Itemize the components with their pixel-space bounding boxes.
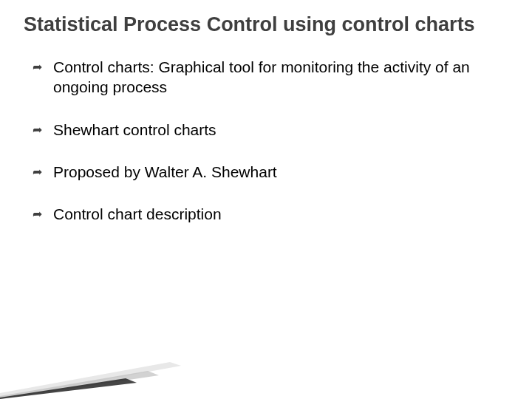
bullet-text: Shewhart control charts (53, 120, 216, 140)
bullet-icon: ➦ (33, 120, 53, 138)
slide-content: ➦ Control charts: Graphical tool for mon… (24, 57, 508, 224)
bullet-text: Control chart description (53, 204, 222, 224)
bullet-icon: ➦ (33, 204, 53, 222)
slide-decoration-icon (0, 340, 192, 399)
bullet-text: Proposed by Walter A. Shewhart (53, 162, 277, 182)
list-item: ➦ Proposed by Walter A. Shewhart (33, 162, 508, 182)
list-item: ➦ Shewhart control charts (33, 120, 508, 140)
bullet-icon: ➦ (33, 57, 53, 75)
list-item: ➦ Control chart description (33, 204, 508, 224)
slide-title: Statistical Process Control using contro… (24, 13, 508, 36)
bullet-text: Control charts: Graphical tool for monit… (53, 57, 508, 98)
svg-marker-2 (0, 378, 137, 399)
bullet-icon: ➦ (33, 162, 53, 180)
list-item: ➦ Control charts: Graphical tool for mon… (33, 57, 508, 98)
svg-marker-0 (0, 362, 181, 399)
svg-marker-1 (0, 371, 159, 399)
slide: Statistical Process Control using contro… (0, 0, 532, 399)
